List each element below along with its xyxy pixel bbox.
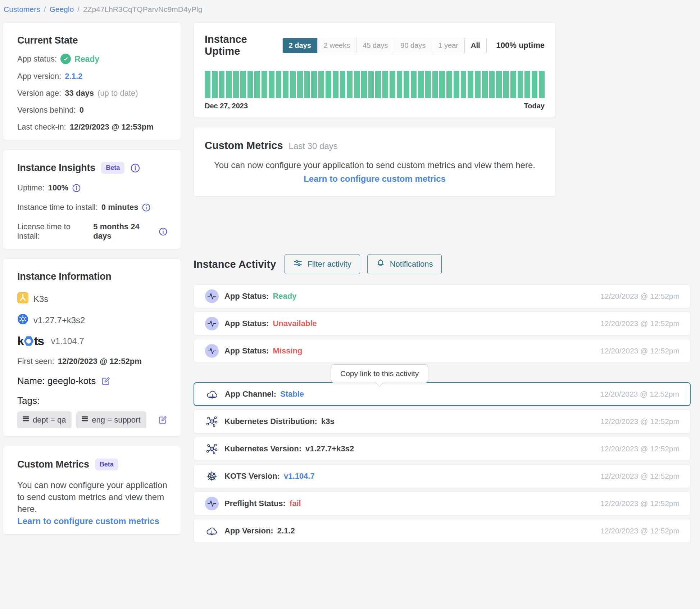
k8s-version-value: v1.27.7+k3s2 [33, 315, 85, 325]
activity-row-timestamp: 12/20/2023 @ 12:52pm [600, 390, 679, 398]
custom-metrics-right-card: Custom Metrics Last 30 days You can now … [194, 127, 556, 197]
activity-row-timestamp: 12/20/2023 @ 12:52pm [600, 472, 679, 481]
activity-row-label: App Status: [224, 292, 269, 301]
edit-name-icon[interactable] [101, 376, 111, 386]
uptime-bar [254, 71, 260, 98]
uptime-bar [333, 71, 338, 98]
current-state-card: Current State App status: Ready App vers… [3, 22, 181, 140]
activity-row-value[interactable]: Unavailable [273, 319, 317, 328]
activity-row-value[interactable]: 2.1.2 [277, 526, 295, 536]
breadcrumb-separator: / [77, 5, 79, 14]
app-status-value: Ready [74, 54, 99, 64]
instance-uptime-title: Instance Uptime [205, 33, 282, 57]
activity-row-value[interactable]: v1.27.7+k3s2 [305, 444, 354, 454]
tags-label: Tags: [17, 395, 168, 406]
breadcrumb-customers-link[interactable]: Customers [4, 5, 40, 14]
activity-row[interactable]: App Channel: Stable 12/20/2023 @ 12:52pm [194, 382, 691, 406]
activity-row[interactable]: Kubernetes Version: v1.27.7+k3s2 12/20/2… [194, 437, 691, 461]
uptime-bar [240, 71, 246, 98]
edit-tags-icon[interactable] [158, 415, 168, 425]
k3s-icon [17, 292, 28, 306]
instance-activity-header: Instance Activity Filter activity Notifi… [194, 254, 691, 274]
app-version-label: App version: [17, 72, 61, 81]
license-time-label: License time to install: [17, 222, 90, 241]
filter-activity-button[interactable]: Filter activity [285, 254, 360, 274]
uptime-bar [368, 71, 374, 98]
custom-metrics-right-link[interactable]: Learn to configure custom metrics [205, 174, 545, 184]
breadcrumb-separator: / [44, 5, 46, 14]
activity-row[interactable]: KOTS Version: v1.104.7 12/20/2023 @ 12:5… [194, 464, 691, 488]
uptime-bar [361, 71, 367, 98]
uptime-bar [205, 71, 210, 98]
beta-badge: Beta [101, 162, 124, 174]
app-version-link[interactable]: 2.1.2 [65, 72, 82, 81]
activity-row[interactable]: App Status: Ready 12/20/2023 @ 12:52pm [194, 284, 691, 308]
uptime-bar [475, 71, 481, 98]
right-column: Instance Uptime 2 days 2 weeks 45 days 9… [194, 22, 691, 546]
uptime-bar [468, 71, 473, 98]
activity-row-timestamp: 12/20/2023 @ 12:52pm [600, 445, 679, 453]
first-seen-value: 12/20/2023 @ 12:52pm [58, 357, 142, 366]
uptime-range-button[interactable]: 90 days [394, 38, 432, 53]
uptime-bars [205, 71, 545, 98]
instance-time-label: Instance time to install: [17, 203, 98, 212]
activity-row-label: App Status: [224, 319, 269, 328]
info-icon[interactable] [130, 163, 140, 173]
kots-logo-ts: ts [34, 334, 44, 348]
uptime-label: Uptime: [17, 183, 45, 193]
uptime-bar [269, 71, 274, 98]
bell-icon [376, 258, 385, 270]
uptime-bar [482, 71, 488, 98]
info-icon[interactable] [142, 203, 151, 212]
activity-row-label: KOTS Version: [224, 472, 280, 481]
license-time-value: 5 months 24 days [93, 222, 155, 241]
uptime-range-button[interactable]: 2 weeks [318, 38, 356, 53]
uptime-bar [276, 71, 282, 98]
uptime-summary: 100% uptime [496, 41, 545, 50]
activity-row-label: Kubernetes Version: [224, 444, 301, 454]
uptime-bar [311, 71, 317, 98]
uptime-bar [532, 71, 537, 98]
instance-time-value: 0 minutes [101, 203, 138, 212]
activity-row-value[interactable]: v1.104.7 [284, 472, 315, 481]
uptime-bar [247, 71, 253, 98]
activity-row-value[interactable]: Stable [280, 389, 304, 399]
tag-chip: dept = qa [17, 411, 72, 428]
activity-row[interactable]: App Status: Unavailable 12/20/2023 @ 12:… [194, 312, 691, 335]
uptime-bar [489, 71, 495, 98]
breadcrumb-app-link[interactable]: Geeglo [49, 5, 74, 14]
uptime-bar [347, 71, 353, 98]
breadcrumb: Customers / Geeglo / 2Zp47LhR3CqTQParvNc… [3, 5, 691, 14]
activity-row-value[interactable]: fail [290, 499, 301, 508]
activity-row[interactable]: App Status: Missing 12/20/2023 @ 12:52pm [194, 339, 691, 363]
cloud-download-icon [205, 525, 219, 536]
instance-insights-title: Instance Insights [17, 162, 95, 173]
last-checkin-value: 12/29/2023 @ 12:53pm [70, 122, 154, 132]
uptime-bar [233, 71, 239, 98]
instance-activity-list: App Status: Ready 12/20/2023 @ 12:52pm A… [194, 284, 691, 543]
kots-logo-hexagon: o [24, 336, 33, 346]
uptime-range-button[interactable]: 2 days [283, 38, 318, 53]
uptime-bar [411, 71, 417, 98]
instance-insights-card: Instance Insights Beta Uptime: 100% Inst… [3, 149, 181, 249]
uptime-value: 100% [48, 183, 68, 193]
custom-metrics-left-body: You can now configure your application t… [17, 479, 168, 515]
activity-row-label: App Version: [224, 526, 273, 536]
uptime-range-button[interactable]: All [465, 38, 487, 53]
activity-row[interactable]: App Version: 2.1.2 12/20/2023 @ 12:52pm [194, 519, 691, 543]
uptime-range-button[interactable]: 45 days [356, 38, 394, 53]
activity-row[interactable]: Preflight Status: fail 12/20/2023 @ 12:5… [194, 492, 691, 515]
info-icon[interactable] [72, 184, 81, 193]
uptime-bar [304, 71, 310, 98]
info-icon[interactable] [159, 227, 168, 236]
versions-behind-value: 0 [79, 105, 84, 115]
activity-row-value[interactable]: Missing [273, 346, 302, 356]
activity-row-value[interactable]: k3s [321, 417, 335, 426]
custom-metrics-left-link[interactable]: Learn to configure custom metrics [17, 516, 159, 526]
activity-row-value[interactable]: Ready [273, 292, 296, 301]
activity-row[interactable]: Kubernetes Distribution: k3s 12/20/2023 … [194, 410, 691, 433]
custom-metrics-right-subtitle: Last 30 days [289, 141, 338, 151]
uptime-range-button[interactable]: 1 year [432, 38, 465, 53]
notifications-button[interactable]: Notifications [367, 254, 442, 274]
uptime-bar [418, 71, 424, 98]
